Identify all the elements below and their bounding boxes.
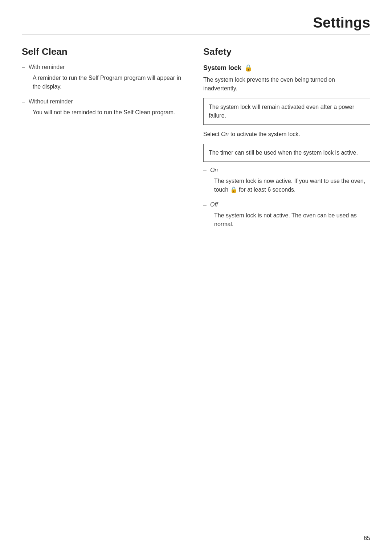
list-dash: – [22,64,25,71]
list-dash: – [22,99,25,105]
with-reminder-label: With reminder [29,64,65,71]
list-dash: – [203,202,207,208]
without-reminder-description: You will not be reminded to run the Self… [33,108,181,117]
content-columns: Self Clean – With reminder A reminder to… [22,46,370,236]
lock-icon: 🔒 [244,64,252,72]
boxed-note-1: The system lock will remain activated ev… [203,98,370,125]
list-dash: – [203,167,207,174]
off-label: Off [210,201,218,208]
select-on-text: Select On to activate the system lock. [203,130,370,139]
list-item: – Without reminder [22,98,181,105]
without-reminder-label: Without reminder [29,98,73,105]
select-prefix: Select [203,131,221,137]
page-number: 65 [364,535,370,541]
list-item-off: – Off [203,201,370,208]
self-clean-title: Self Clean [22,46,181,57]
system-lock-intro: The system lock prevents the oven being … [203,75,370,93]
system-lock-label: System lock [203,64,241,72]
boxed-note-2: The timer can still be used when the sys… [203,144,370,162]
list-item-on: – On [203,167,370,174]
page-title: Settings [313,15,370,31]
page: Settings Self Clean – With reminder A re… [0,0,392,556]
page-header: Settings [22,15,370,35]
system-lock-title: System lock 🔒 [203,64,370,72]
off-description: The system lock is not active. The oven … [214,211,370,229]
select-on-inline: On [221,131,229,137]
select-suffix: to activate the system lock. [229,131,300,137]
left-column: Self Clean – With reminder A reminder to… [22,46,181,236]
on-description: The system lock is now active. If you wa… [214,177,370,194]
on-label: On [210,167,218,174]
list-item: – With reminder [22,64,181,71]
right-column: Safety System lock 🔒 The system lock pre… [203,46,370,236]
with-reminder-description: A reminder to run the Self Program progr… [33,74,181,91]
safety-title: Safety [203,46,370,57]
